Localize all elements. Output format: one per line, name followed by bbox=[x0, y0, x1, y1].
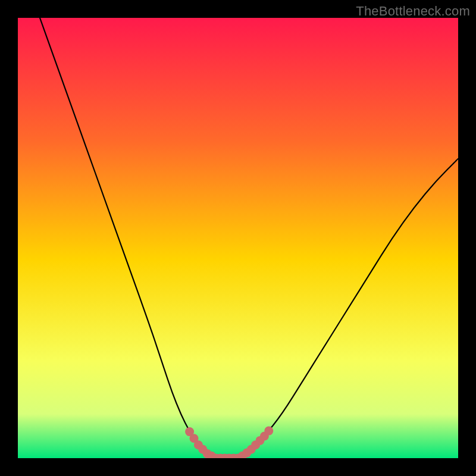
chart-svg bbox=[18, 18, 458, 458]
valley-marker bbox=[264, 427, 273, 436]
chart-plot bbox=[18, 18, 458, 458]
watermark-text: TheBottleneck.com bbox=[356, 4, 470, 19]
